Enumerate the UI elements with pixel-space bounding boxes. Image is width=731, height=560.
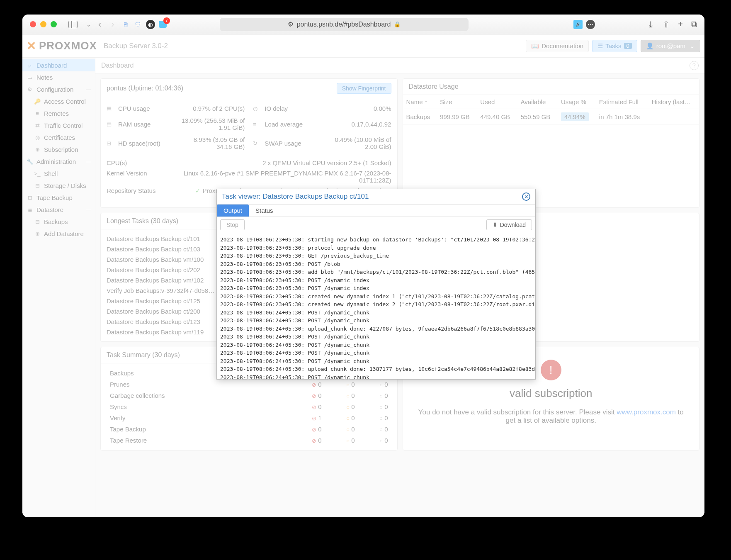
share-icon[interactable]: ⇧ — [663, 19, 670, 29]
site-icon: ⚙ — [288, 20, 294, 28]
download-icon: ⬇ — [493, 222, 498, 228]
extension-icon[interactable]: ⋯ — [586, 20, 595, 29]
audio-icon[interactable]: 🔊 — [573, 20, 583, 29]
extension-icon[interactable]: ⎘ — [121, 20, 130, 29]
tabs-icon[interactable]: ⧉ — [691, 19, 697, 29]
nav-forward-icon: › — [111, 19, 114, 30]
nav-back-icon[interactable]: ‹ — [98, 19, 101, 30]
window-controls — [30, 21, 57, 27]
new-tab-icon[interactable]: + — [678, 19, 683, 29]
browser-chrome: ⌄ ‹ › ⎘ 🛡 ◐ ⋯7 ⚙ pontus.psnb.de/#pbsDash… — [22, 15, 704, 34]
url-bar[interactable]: ⚙ pontus.psnb.de/#pbsDashboard 🔒 — [220, 18, 469, 31]
tab-output[interactable]: Output — [217, 205, 249, 217]
log-output[interactable]: 2023-08-19T08:06:23+05:30: starting new … — [217, 233, 535, 379]
download-icon[interactable]: ⤓ — [647, 19, 654, 29]
url-text: pontus.psnb.de/#pbsDashboard — [297, 21, 391, 28]
lock-icon: 🔒 — [394, 21, 401, 27]
download-button[interactable]: ⬇Download — [486, 219, 532, 230]
close-icon[interactable]: ✕ — [522, 192, 530, 201]
maximize-window-icon[interactable] — [51, 21, 57, 27]
close-window-icon[interactable] — [30, 21, 36, 27]
extension-icon[interactable]: ⋯7 — [158, 20, 168, 29]
modal-title: Task viewer: Datastore Backups Backup ct… — [222, 192, 369, 201]
extension-icon[interactable]: ◐ — [146, 20, 155, 29]
tab-status[interactable]: Status — [249, 205, 280, 217]
minimize-window-icon[interactable] — [40, 21, 46, 27]
sidebar-toggle-icon[interactable] — [68, 21, 78, 28]
task-viewer-modal: Task viewer: Datastore Backups Backup ct… — [216, 189, 536, 380]
shield-icon[interactable]: 🛡 — [134, 20, 143, 29]
stop-button[interactable]: Stop — [220, 219, 245, 230]
